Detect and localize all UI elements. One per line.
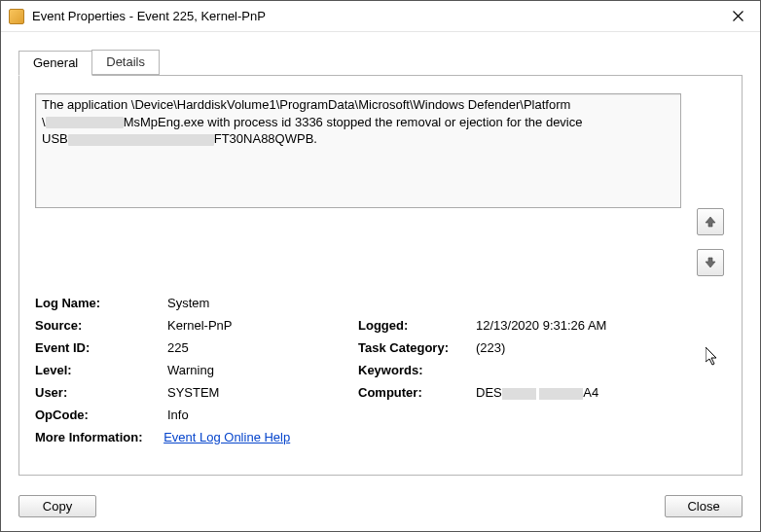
app-icon bbox=[9, 9, 24, 24]
window-title: Event Properties - Event 225, Kernel-PnP bbox=[32, 9, 715, 23]
source-label: Source: bbox=[35, 318, 162, 333]
tab-panel-general: The application \Device\HarddiskVolume1\… bbox=[18, 75, 743, 476]
level-label: Level: bbox=[35, 363, 162, 377]
description-textarea[interactable]: The application \Device\HarddiskVolume1\… bbox=[35, 93, 681, 208]
opcode-label: OpCode: bbox=[35, 408, 162, 422]
level-value: Warning bbox=[167, 363, 352, 377]
logged-label: Logged: bbox=[358, 318, 470, 333]
arrow-up-icon bbox=[704, 215, 717, 229]
event-id-value: 225 bbox=[167, 340, 352, 355]
field-grid: Log Name: System Source: Kernel-PnP Logg… bbox=[35, 296, 726, 422]
keywords-label: Keywords: bbox=[358, 363, 470, 377]
content-area: General Details The application \Device\… bbox=[1, 32, 760, 485]
opcode-value: Info bbox=[167, 408, 726, 422]
event-log-online-help-link[interactable]: Event Log Online Help bbox=[163, 430, 290, 444]
close-icon bbox=[733, 11, 743, 21]
window-close-button[interactable] bbox=[715, 1, 760, 31]
description-text: The application \Device\HarddiskVolume1\… bbox=[42, 96, 674, 148]
log-name-value: System bbox=[167, 296, 726, 310]
title-bar: Event Properties - Event 225, Kernel-PnP bbox=[1, 1, 760, 32]
logged-value: 12/13/2020 9:31:26 AM bbox=[476, 318, 726, 333]
computer-value: DES A4 bbox=[476, 385, 726, 400]
prev-event-button[interactable] bbox=[697, 208, 724, 235]
user-label: User: bbox=[35, 385, 162, 400]
redacted-text bbox=[502, 388, 536, 400]
more-info-row: More Information: Event Log Online Help bbox=[35, 430, 726, 444]
source-value: Kernel-PnP bbox=[167, 318, 352, 333]
task-category-label: Task Category: bbox=[358, 340, 470, 355]
copy-button[interactable]: Copy bbox=[18, 495, 96, 517]
tab-row: General Details bbox=[18, 50, 743, 75]
nav-arrow-column bbox=[695, 93, 726, 276]
close-button[interactable]: Close bbox=[665, 495, 743, 517]
keywords-value bbox=[476, 363, 726, 377]
user-value: SYSTEM bbox=[167, 385, 352, 400]
computer-label: Computer: bbox=[358, 385, 470, 400]
arrow-down-icon bbox=[704, 256, 717, 269]
redacted-text bbox=[68, 134, 214, 146]
tab-general[interactable]: General bbox=[18, 51, 92, 76]
event-id-label: Event ID: bbox=[35, 340, 162, 355]
task-category-value: (223) bbox=[476, 340, 726, 355]
more-info-label: More Information: bbox=[35, 430, 143, 444]
log-name-label: Log Name: bbox=[35, 296, 162, 310]
redacted-text bbox=[46, 117, 124, 128]
tab-details[interactable]: Details bbox=[91, 50, 160, 75]
next-event-button[interactable] bbox=[697, 249, 724, 276]
redacted-text bbox=[539, 388, 583, 400]
dialog-button-row: Copy Close bbox=[1, 485, 760, 531]
